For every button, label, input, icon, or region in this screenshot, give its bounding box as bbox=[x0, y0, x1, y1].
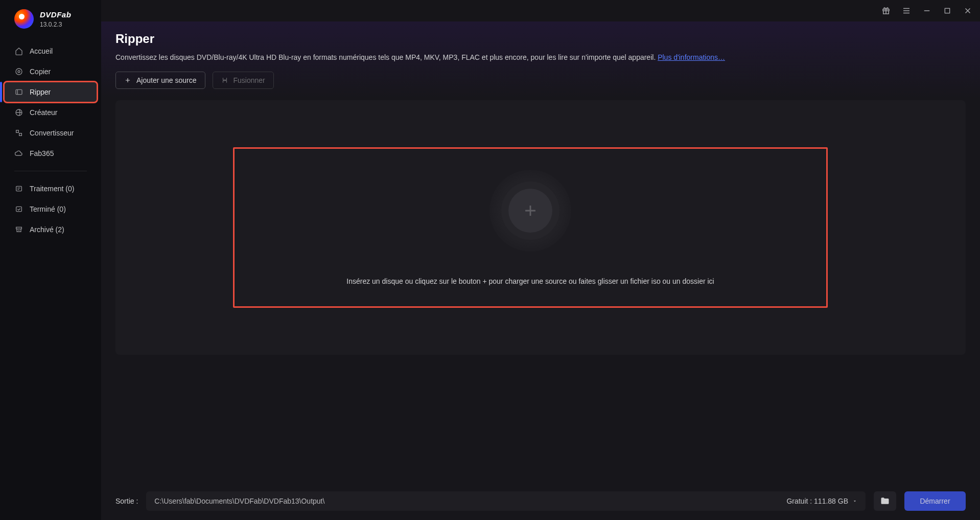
disc-icon bbox=[14, 67, 24, 76]
start-button[interactable]: Démarrer bbox=[904, 491, 966, 511]
sidebar-item-ripper[interactable]: Ripper bbox=[4, 82, 97, 102]
sidebar-item-traitement[interactable]: Traitement (0) bbox=[4, 178, 97, 199]
sidebar-item-label: Ripper bbox=[30, 88, 51, 96]
sidebar-item-createur[interactable]: Créateur bbox=[4, 102, 97, 123]
action-row: Ajouter une source Fusionner bbox=[115, 72, 966, 89]
browse-folder-button[interactable] bbox=[874, 491, 896, 511]
main: Ripper Convertissez les disques DVD/Blu-… bbox=[101, 0, 980, 520]
ripper-icon bbox=[14, 87, 24, 97]
sidebar-item-label: Créateur bbox=[30, 108, 57, 117]
button-label: Ajouter une source bbox=[136, 76, 197, 84]
footer: Sortie : C:\Users\fab\Documents\DVDFab\D… bbox=[115, 491, 966, 511]
sidebar-item-label: Archivé (2) bbox=[30, 225, 64, 234]
add-icon bbox=[508, 189, 552, 233]
svg-rect-10 bbox=[945, 8, 949, 13]
free-space: Gratuit : 111.88 GB bbox=[786, 497, 857, 505]
drop-circle[interactable] bbox=[489, 170, 571, 252]
brand: DVDFab 13.0.2.3 bbox=[0, 9, 101, 29]
drop-highlight: Insérez un disque ou cliquez sur le bout… bbox=[233, 147, 828, 308]
output-path-box[interactable]: C:\Users\fab\Documents\DVDFab\DVDFab13\O… bbox=[146, 491, 866, 511]
svg-rect-4 bbox=[16, 130, 19, 133]
merge-button[interactable]: Fusionner bbox=[213, 72, 274, 89]
page-title: Ripper bbox=[115, 32, 966, 46]
sidebar-item-termine[interactable]: Terminé (0) bbox=[4, 199, 97, 219]
sidebar-item-label: Copier bbox=[30, 67, 51, 76]
maximize-icon[interactable] bbox=[942, 6, 952, 16]
sidebar-item-copier[interactable]: Copier bbox=[4, 61, 97, 82]
sidebar-item-fab365[interactable]: Fab365 bbox=[4, 143, 97, 164]
svg-rect-5 bbox=[19, 133, 22, 136]
sidebar-item-accueil[interactable]: Accueil bbox=[4, 41, 97, 61]
chevron-down-icon bbox=[852, 499, 857, 504]
sidebar-item-label: Accueil bbox=[30, 47, 53, 55]
sidebar-item-label: Convertisseur bbox=[30, 129, 74, 137]
sidebar-item-label: Terminé (0) bbox=[30, 205, 66, 213]
close-icon[interactable] bbox=[963, 6, 973, 16]
output-path: C:\Users\fab\Documents\DVDFab\DVDFab13\O… bbox=[154, 497, 324, 505]
content: Ripper Convertissez les disques DVD/Blu-… bbox=[101, 21, 980, 520]
button-label: Démarrer bbox=[920, 497, 950, 505]
home-icon bbox=[14, 47, 24, 56]
svg-rect-8 bbox=[16, 227, 22, 229]
folder-icon bbox=[880, 496, 890, 506]
svg-point-0 bbox=[16, 69, 22, 75]
convert-icon bbox=[14, 128, 24, 138]
output-label: Sortie : bbox=[115, 497, 138, 505]
sidebar-item-label: Fab365 bbox=[30, 149, 54, 157]
svg-rect-2 bbox=[16, 89, 22, 94]
brand-logo-icon bbox=[14, 9, 34, 29]
sidebar-separator bbox=[14, 171, 87, 171]
menu-icon[interactable] bbox=[901, 6, 912, 16]
sidebar-item-label: Traitement (0) bbox=[30, 185, 74, 193]
page-description: Convertissez les disques DVD/Blu-ray/4K … bbox=[115, 53, 966, 61]
archive-icon bbox=[14, 225, 24, 234]
sidebar-item-convertisseur[interactable]: Convertisseur bbox=[4, 123, 97, 143]
drop-text: Insérez un disque ou cliquez sur le bout… bbox=[346, 277, 714, 285]
titlebar bbox=[101, 0, 980, 21]
sidebar: DVDFab 13.0.2.3 Accueil Copier Ripper bbox=[0, 0, 101, 520]
brand-name: DVDFab bbox=[40, 10, 71, 19]
gift-icon[interactable] bbox=[881, 6, 891, 16]
globe-icon bbox=[14, 108, 24, 117]
svg-point-1 bbox=[18, 71, 20, 73]
svg-rect-7 bbox=[16, 207, 22, 211]
svg-rect-6 bbox=[16, 186, 22, 191]
plus-icon bbox=[124, 77, 131, 84]
drop-panel[interactable]: Insérez un disque ou cliquez sur le bout… bbox=[115, 100, 966, 355]
button-label: Fusionner bbox=[234, 76, 265, 84]
more-info-link[interactable]: Plus d'informations… bbox=[658, 53, 725, 61]
done-icon bbox=[14, 205, 24, 214]
cloud-icon bbox=[14, 149, 24, 158]
minimize-icon[interactable] bbox=[922, 6, 932, 16]
sidebar-nav: Accueil Copier Ripper Créateur Convertis… bbox=[0, 41, 101, 240]
processing-icon bbox=[14, 184, 24, 193]
add-source-button[interactable]: Ajouter une source bbox=[115, 72, 205, 89]
sidebar-item-archive[interactable]: Archivé (2) bbox=[4, 219, 97, 240]
brand-version: 13.0.2.3 bbox=[40, 21, 71, 28]
merge-icon bbox=[221, 77, 228, 84]
